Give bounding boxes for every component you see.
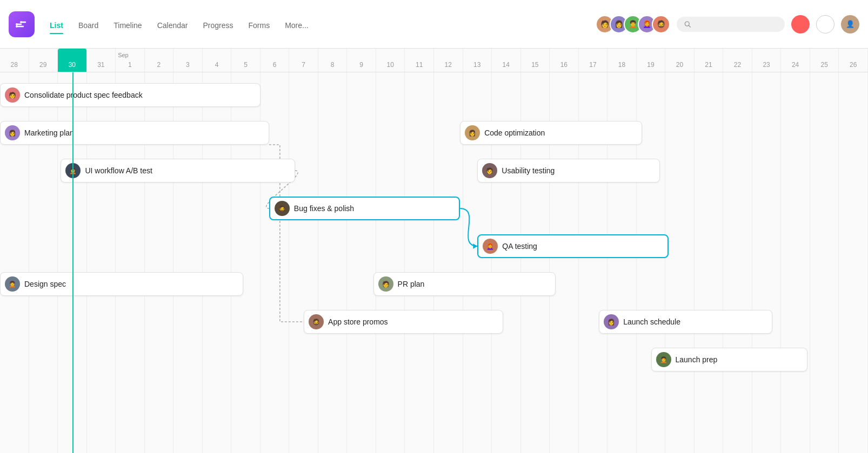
task-avatar-bug-fixes: 🧔 xyxy=(275,201,290,216)
task-avatar-marketing-plan: 👩 xyxy=(5,125,20,140)
task-card-ui-workflow[interactable]: 🧑‍🦱UI workflow A/B test xyxy=(61,159,295,182)
task-avatar-design-spec: 🧑‍🦱 xyxy=(5,276,20,292)
grid-area: 🧑Consolidate product spec feedback👩Marke… xyxy=(0,72,868,453)
grid-col-12 xyxy=(347,72,376,453)
date-col-23: 23 xyxy=(752,49,782,72)
date-col-2: 2 xyxy=(145,49,174,72)
date-col-6: 6 xyxy=(261,49,290,72)
grid-col-28 xyxy=(810,72,839,453)
task-card-marketing-plan[interactable]: 👩Marketing plan xyxy=(0,121,269,145)
search-icon xyxy=(684,21,691,28)
task-card-launch-prep[interactable]: 🧑‍🦱Launch prep xyxy=(651,348,807,371)
task-label-launch-prep: Launch prep xyxy=(676,355,718,364)
team-avatar-4[interactable]: 🧔 xyxy=(652,15,670,33)
header-right: 🧑👩🧑‍🦱👩‍🦰🧔 👤 xyxy=(596,15,859,33)
date-col-29: 29 xyxy=(29,49,58,72)
date-col-26: 26 xyxy=(839,49,868,72)
task-label-pr-plan: PR plan xyxy=(398,280,425,288)
task-label-launch-schedule: Launch schedule xyxy=(623,317,680,326)
date-col-13: 13 xyxy=(463,49,492,72)
task-card-bug-fixes[interactable]: 🧔Bug fixes & polish xyxy=(269,197,460,220)
date-col-16: 16 xyxy=(550,49,579,72)
date-col-4: 4 xyxy=(203,49,232,72)
date-col-17: 17 xyxy=(579,49,608,72)
date-col-31: 31 xyxy=(87,49,116,72)
nav-tab-more[interactable]: More... xyxy=(277,18,316,33)
date-col-3: 3 xyxy=(173,49,203,72)
grid-col-24 xyxy=(695,72,724,453)
nav-tab-board[interactable]: Board xyxy=(71,18,106,33)
date-col-5: 5 xyxy=(231,49,261,72)
date-col-18: 18 xyxy=(607,49,637,72)
date-col-12: 12 xyxy=(434,49,463,72)
add-button[interactable] xyxy=(791,15,810,33)
nav-tab-forms[interactable]: Forms xyxy=(241,18,278,33)
task-card-code-optimization[interactable]: 👩Code optimization xyxy=(460,121,642,145)
date-col-1: Sep1 xyxy=(116,49,145,72)
grid-col-13 xyxy=(376,72,405,453)
date-col-15: 15 xyxy=(521,49,550,72)
date-col-8: 8 xyxy=(318,49,348,72)
nav-tab-timeline[interactable]: Timeline xyxy=(106,18,149,33)
date-col-9: 9 xyxy=(347,49,376,72)
task-label-design-spec: Design spec xyxy=(24,280,66,288)
date-col-11: 11 xyxy=(405,49,434,72)
task-label-consolidate: Consolidate product spec feedback xyxy=(24,91,143,99)
header-center: ListBoardTimelineCalendarProgressFormsMo… xyxy=(42,16,596,33)
timeline-container: 28293031Sep12345678910111213141516171819… xyxy=(0,49,868,453)
svg-point-2 xyxy=(16,25,18,28)
grid-col-10 xyxy=(289,72,318,453)
task-avatar-qa-testing: 👩‍🦰 xyxy=(483,239,498,254)
grid-col-27 xyxy=(781,72,810,453)
today-line xyxy=(72,72,74,453)
date-col-21: 21 xyxy=(695,49,724,72)
date-col-22: 22 xyxy=(723,49,752,72)
task-label-code-optimization: Code optimization xyxy=(484,129,545,137)
date-col-24: 24 xyxy=(781,49,810,72)
task-label-app-store-promos: App store promos xyxy=(328,317,388,326)
nav-tabs: ListBoardTimelineCalendarProgressFormsMo… xyxy=(42,18,596,33)
task-card-pr-plan[interactable]: 🧑PR plan xyxy=(373,272,556,296)
grid-col-25 xyxy=(723,72,752,453)
date-col-25: 25 xyxy=(810,49,839,72)
date-col-14: 14 xyxy=(492,49,521,72)
search-bar[interactable] xyxy=(677,17,785,32)
help-button[interactable] xyxy=(816,15,834,33)
header: ListBoardTimelineCalendarProgressFormsMo… xyxy=(0,0,868,49)
date-ruler: 28293031Sep12345678910111213141516171819… xyxy=(0,49,868,72)
task-card-qa-testing[interactable]: 👩‍🦰QA testing xyxy=(477,234,668,258)
svg-point-1 xyxy=(20,21,22,23)
nav-tab-calendar[interactable]: Calendar xyxy=(150,18,196,33)
nav-tab-list[interactable]: List xyxy=(42,18,71,33)
date-col-10: 10 xyxy=(376,49,405,72)
app-wrapper: ListBoardTimelineCalendarProgressFormsMo… xyxy=(0,0,868,453)
date-col-28: 28 xyxy=(0,49,29,72)
task-avatar-usability-testing: 🧑 xyxy=(482,163,497,178)
search-input[interactable] xyxy=(695,20,777,29)
task-card-launch-schedule[interactable]: 👩Launch schedule xyxy=(599,310,772,334)
task-card-consolidate[interactable]: 🧑Consolidate product spec feedback xyxy=(0,83,261,107)
task-avatar-code-optimization: 👩 xyxy=(465,125,480,140)
task-avatar-app-store-promos: 🧔 xyxy=(309,314,324,329)
grid-col-26 xyxy=(752,72,782,453)
date-col-30: 30 xyxy=(58,49,87,72)
task-card-app-store-promos[interactable]: 🧔App store promos xyxy=(304,310,503,334)
user-avatar[interactable]: 👤 xyxy=(841,15,859,33)
task-avatar-launch-prep: 🧑‍🦱 xyxy=(656,352,671,367)
task-label-ui-workflow: UI workflow A/B test xyxy=(85,166,152,175)
task-avatar-pr-plan: 🧑 xyxy=(378,276,393,292)
task-avatar-launch-schedule: 👩 xyxy=(604,314,619,329)
nav-tab-progress[interactable]: Progress xyxy=(195,18,241,33)
task-label-usability-testing: Usability testing xyxy=(502,166,555,175)
svg-point-0 xyxy=(16,23,18,25)
app-icon[interactable] xyxy=(9,11,35,37)
svg-line-4 xyxy=(689,25,690,27)
grid-col-11 xyxy=(318,72,348,453)
team-avatars: 🧑👩🧑‍🦱👩‍🦰🧔 xyxy=(596,15,670,33)
date-col-7: 7 xyxy=(289,49,318,72)
grid-col-15 xyxy=(434,72,463,453)
task-avatar-consolidate: 🧑 xyxy=(5,87,20,103)
task-card-usability-testing[interactable]: 🧑Usability testing xyxy=(477,159,659,182)
task-card-design-spec[interactable]: 🧑‍🦱Design spec xyxy=(0,272,243,296)
date-col-20: 20 xyxy=(665,49,695,72)
